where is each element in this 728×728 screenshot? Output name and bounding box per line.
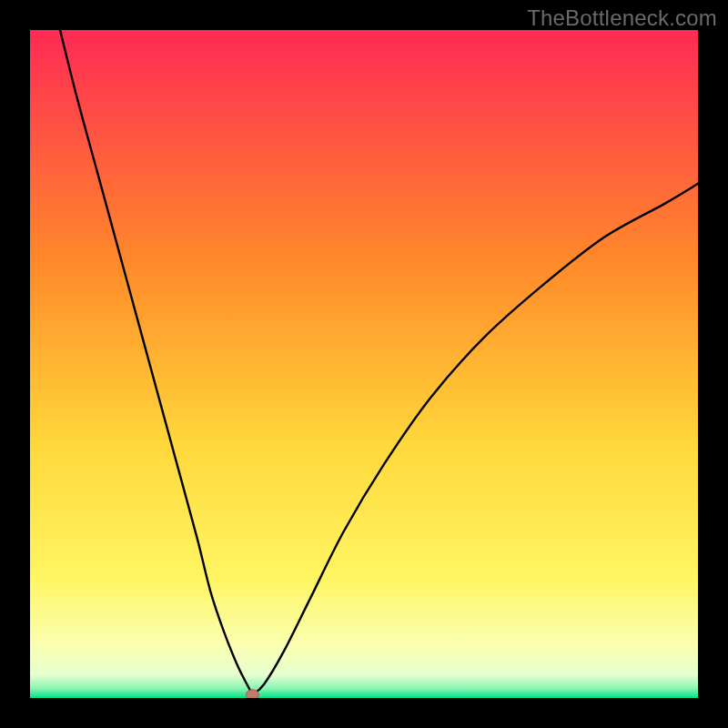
watermark-text: TheBottleneck.com: [527, 5, 717, 31]
chart-frame: TheBottleneck.com: [0, 0, 728, 728]
chart-svg: [30, 30, 698, 698]
plot-area: [30, 30, 698, 698]
gradient-background: [30, 30, 698, 698]
optimum-dot: [246, 690, 258, 698]
